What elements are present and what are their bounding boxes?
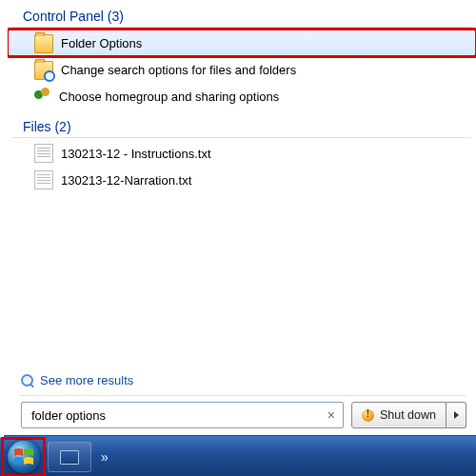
shutdown-button[interactable]: Shut down: [351, 402, 446, 428]
shutdown-shield-icon: [362, 409, 374, 422]
result-label: 130213-12 - Instructions.txt: [61, 147, 211, 161]
result-homegroup-sharing[interactable]: Choose homegroup and sharing options: [8, 83, 476, 109]
result-label: 130213-12-Narration.txt: [61, 173, 191, 188]
text-file-icon: [34, 170, 53, 189]
folder-search-icon: [34, 61, 53, 80]
clear-search-icon[interactable]: ×: [324, 407, 339, 423]
start-menu-bottom-row: × Shut down: [8, 396, 476, 438]
start-menu-panel: Control Panel (3) Folder Options Change …: [8, 0, 476, 438]
divider: [12, 27, 471, 28]
shutdown-label: Shut down: [380, 408, 436, 422]
see-more-results[interactable]: See more results: [8, 369, 476, 395]
taskbar: »: [0, 438, 476, 476]
result-change-search-options[interactable]: Change search options for files and fold…: [8, 56, 476, 83]
taskbar-overflow-button[interactable]: »: [101, 449, 107, 465]
homegroup-icon: [34, 88, 51, 105]
see-more-results-label: See more results: [40, 373, 133, 387]
result-folder-options[interactable]: Folder Options: [8, 30, 476, 56]
search-results: Control Panel (3) Folder Options Change …: [8, 0, 476, 369]
result-label: Change search options for files and fold…: [61, 63, 296, 77]
result-label: Folder Options: [61, 36, 142, 50]
start-button[interactable]: [8, 441, 40, 473]
monitor-icon: [60, 450, 79, 465]
search-box[interactable]: ×: [21, 402, 344, 428]
search-input[interactable]: [30, 407, 324, 424]
result-file-instructions[interactable]: 130213-12 - Instructions.txt: [8, 140, 476, 167]
divider: [12, 137, 471, 138]
shutdown-split-button: Shut down: [351, 402, 466, 428]
taskbar-item-explorer[interactable]: [48, 442, 91, 472]
result-label: Choose homegroup and sharing options: [59, 89, 279, 104]
result-file-narration[interactable]: 130213-12-Narration.txt: [8, 167, 476, 193]
group-header-files: Files (2): [8, 117, 476, 137]
shutdown-options-button[interactable]: [446, 402, 466, 428]
windows-logo-icon: [13, 446, 34, 467]
group-header-control-panel: Control Panel (3): [8, 7, 476, 27]
text-file-icon: [34, 144, 53, 163]
start-button-highlight: [2, 438, 45, 476]
chevron-right-icon: [454, 411, 459, 419]
magnifier-icon: [21, 374, 34, 387]
folder-options-icon: [34, 34, 53, 53]
